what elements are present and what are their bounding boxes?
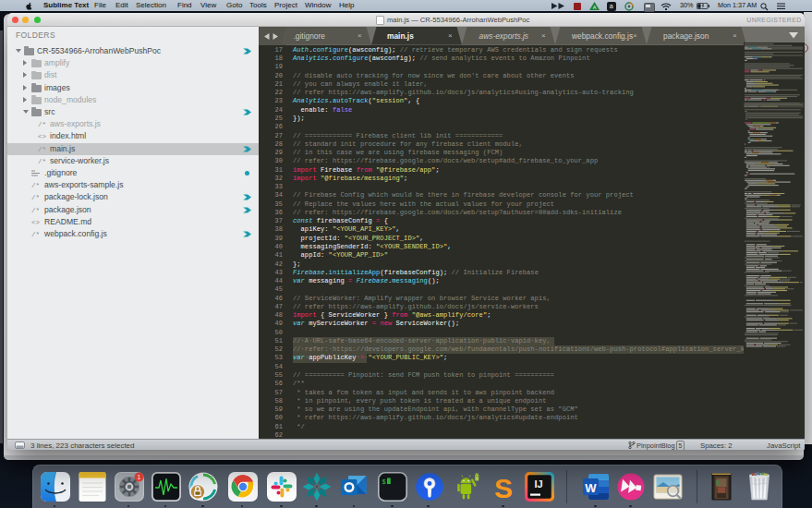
svg-text:IJ: IJ [534,478,542,490]
svg-text:1: 1 [137,474,140,480]
svg-text:A: A [593,5,597,10]
svg-text:$: $ [382,478,385,485]
svg-text:S: S [493,473,512,502]
svg-text:W: W [585,481,597,495]
